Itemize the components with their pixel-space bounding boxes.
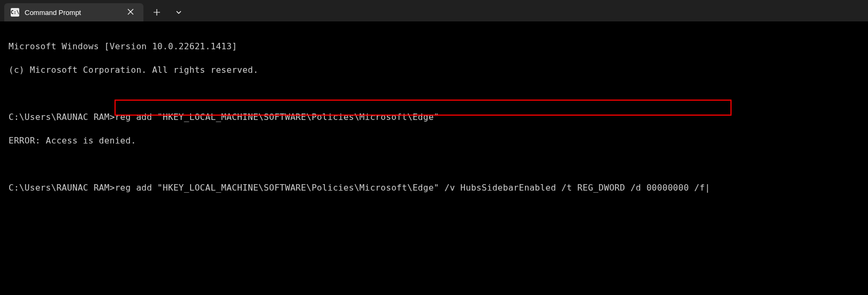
plus-icon xyxy=(153,9,161,16)
output-line xyxy=(9,88,859,100)
output-line: C:\Users\RAUNAC RAM>reg add "HKEY_LOCAL_… xyxy=(9,182,859,194)
titlebar-controls xyxy=(143,0,189,21)
text-cursor: | xyxy=(705,182,710,194)
prompt: C:\Users\RAUNAC RAM> xyxy=(9,112,115,122)
command-text: reg add "HKEY_LOCAL_MACHINE\SOFTWARE\Pol… xyxy=(115,183,705,193)
window-titlebar: C:\ Command Prompt xyxy=(0,0,868,21)
command-text: reg add "HKEY_LOCAL_MACHINE\SOFTWARE\Pol… xyxy=(115,112,439,122)
output-line: (c) Microsoft Corporation. All rights re… xyxy=(9,64,859,76)
close-tab-button[interactable] xyxy=(124,7,137,18)
new-tab-button[interactable] xyxy=(146,3,168,21)
close-icon xyxy=(127,9,134,15)
output-line: Microsoft Windows [Version 10.0.22621.14… xyxy=(9,41,859,52)
tab-title: Command Prompt xyxy=(25,9,108,17)
output-line xyxy=(9,158,859,170)
cmd-icon: C:\ xyxy=(11,8,19,17)
terminal-tab[interactable]: C:\ Command Prompt xyxy=(4,3,143,21)
tab-dropdown-button[interactable] xyxy=(168,3,189,21)
chevron-down-icon xyxy=(176,9,182,16)
cmd-icon-text: C:\ xyxy=(11,10,19,15)
output-line: ERROR: Access is denied. xyxy=(9,135,859,147)
prompt: C:\Users\RAUNAC RAM> xyxy=(9,183,115,193)
terminal-output[interactable]: Microsoft Windows [Version 10.0.22621.14… xyxy=(0,21,868,213)
output-line: C:\Users\RAUNAC RAM>reg add "HKEY_LOCAL_… xyxy=(9,111,859,123)
